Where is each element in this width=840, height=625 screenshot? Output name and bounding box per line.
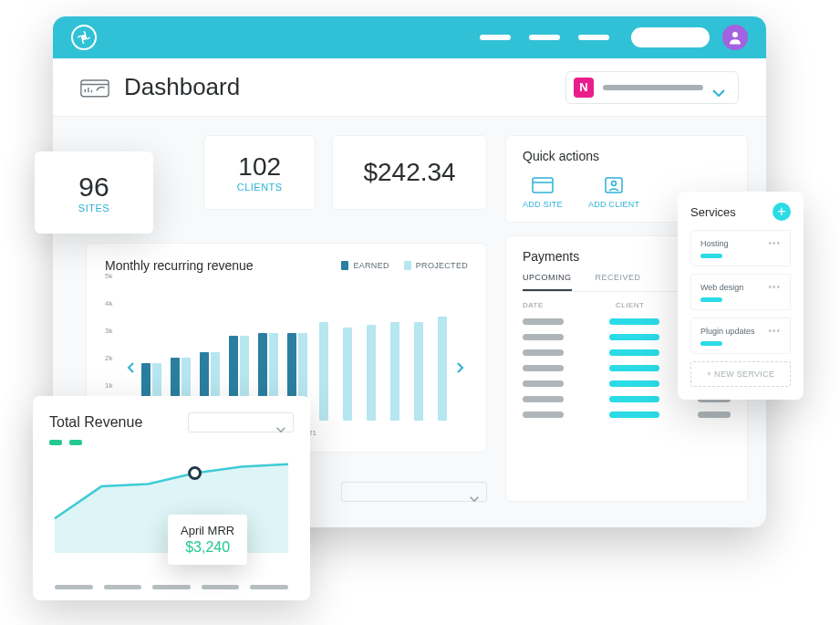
more-icon[interactable]: ••• [768, 238, 781, 248]
page-title: Dashboard [124, 73, 240, 101]
stat-value-sites: 96 [78, 172, 109, 203]
topbar [53, 16, 766, 58]
bar-pair [340, 284, 355, 421]
chevron-down-icon [276, 420, 285, 425]
tab-upcoming[interactable]: UPCOMING [523, 273, 572, 291]
bar-pair [316, 284, 331, 421]
more-icon[interactable]: ••• [768, 282, 781, 292]
svg-point-5 [612, 182, 617, 186]
col-date: DATE [523, 301, 572, 309]
services-card: Services + Hosting•••Web design•••Plugin… [678, 192, 804, 400]
stat-label-clients: CLIENTS [237, 182, 283, 193]
revenue-title: Monthly recurring revenue [105, 258, 254, 273]
site-icon [531, 176, 555, 194]
add-site-button[interactable]: ADD SITE [523, 176, 563, 209]
total-revenue-card: Total Revenue April MRR $3,240 [33, 396, 310, 600]
tr-x-label [250, 585, 288, 589]
revenue-period-select[interactable] [341, 482, 487, 502]
stat-value-clients: 102 [238, 152, 281, 182]
legend-earned: EARNED [341, 261, 389, 270]
add-service-button[interactable]: + [773, 203, 791, 221]
add-client-button[interactable]: ADD CLIENT [588, 176, 640, 209]
search-input[interactable] [631, 27, 710, 47]
nav-item[interactable] [480, 35, 511, 40]
nav-item[interactable] [529, 35, 560, 40]
svg-point-1 [732, 32, 738, 37]
new-service-button[interactable]: + NEW SERVICE [690, 361, 791, 387]
bar-projected [367, 325, 376, 421]
dashboard-icon [80, 77, 109, 99]
page-header: Dashboard N [53, 58, 766, 117]
total-revenue-select[interactable] [188, 412, 294, 432]
service-item[interactable]: Hosting••• [690, 230, 791, 266]
nav-item[interactable] [578, 35, 609, 40]
tooltip-month: April MRR [181, 524, 234, 537]
stat-label-sites: SITES [78, 203, 109, 214]
more-icon[interactable]: ••• [768, 326, 781, 336]
col-client: CLIENT [616, 301, 665, 309]
svg-rect-3 [533, 178, 553, 193]
payment-row[interactable] [523, 411, 731, 418]
stat-card-sites[interactable]: 96 SITES [35, 151, 153, 234]
bar-projected [319, 322, 328, 421]
app-logo-icon [71, 25, 97, 50]
stat-card-balance[interactable]: $242.34 [332, 135, 487, 210]
tr-legend-item [69, 440, 82, 445]
quick-actions-title: Quick actions [523, 149, 731, 163]
tr-x-label [152, 585, 191, 589]
bar-projected [438, 317, 447, 421]
svg-rect-2 [81, 80, 109, 97]
bar-pair [364, 284, 379, 421]
chart-prev-button[interactable] [125, 361, 138, 374]
bar-pair [388, 284, 402, 421]
chart-tooltip: April MRR $3,240 [168, 515, 247, 565]
svg-point-6 [190, 468, 201, 479]
stat-card-clients[interactable]: 102 CLIENTS [203, 135, 316, 210]
service-item[interactable]: Plugin updates••• [690, 318, 791, 354]
bar-pair [411, 284, 426, 421]
total-revenue-chart: April MRR $3,240 [49, 449, 294, 581]
tooltip-value: $3,240 [181, 539, 234, 556]
bar-projected [414, 322, 423, 421]
total-revenue-title: Total Revenue [49, 414, 142, 431]
bar-projected [343, 328, 352, 421]
workspace-name-placeholder [603, 85, 703, 90]
client-icon [602, 176, 626, 194]
tr-x-label [104, 585, 142, 589]
stat-value-balance: $242.34 [363, 158, 455, 187]
user-avatar[interactable] [722, 25, 748, 50]
chart-next-button[interactable] [453, 361, 466, 374]
workspace-selector[interactable]: N [565, 71, 739, 104]
tr-x-label [202, 585, 240, 589]
bar-pair [435, 284, 450, 421]
bar-projected [390, 322, 399, 421]
service-item[interactable]: Web design••• [690, 274, 791, 310]
workspace-badge: N [574, 78, 594, 98]
services-title: Services [690, 205, 736, 219]
tr-legend-item [49, 440, 62, 445]
legend-projected: PROJECTED [404, 261, 468, 270]
chevron-down-icon [712, 84, 725, 91]
tr-x-label [55, 585, 93, 589]
tab-received[interactable]: RECEIVED [596, 273, 641, 291]
chevron-down-icon [470, 489, 479, 495]
